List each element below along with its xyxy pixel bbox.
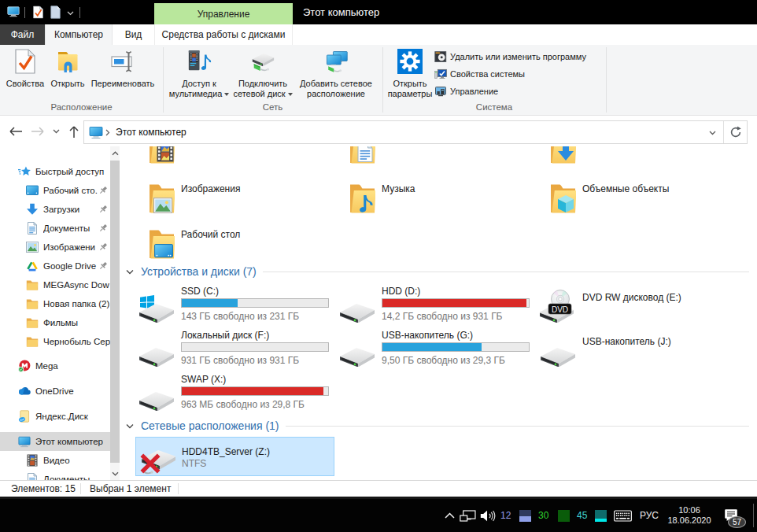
- group-label-location: Расположение: [0, 102, 163, 112]
- up-button[interactable]: [64, 121, 84, 142]
- network-tray-icon[interactable]: [460, 510, 476, 522]
- tab-disk-tools[interactable]: Средства работы с дисками: [154, 24, 293, 45]
- qat-new-item-icon[interactable]: [50, 6, 61, 19]
- drive-tile-d[interactable]: HDD (D:) 14,2 ГБ свободно из 931 ГБ: [336, 280, 535, 320]
- sensor-value-2[interactable]: 30: [538, 499, 548, 532]
- folder-icon: [26, 316, 39, 329]
- sidebar-item-new-folder[interactable]: Новая папка (2): [0, 294, 110, 313]
- qat-separator: [79, 7, 80, 18]
- clock[interactable]: 10:06 18.06.2020: [665, 499, 714, 532]
- system-properties-icon: [434, 68, 447, 80]
- sidebar-item-this-pc[interactable]: Этот компьютер: [0, 432, 110, 451]
- qat-dropdown-icon[interactable]: [67, 11, 74, 16]
- manage-icon: [434, 85, 447, 98]
- volume-tray-icon[interactable]: [480, 510, 497, 522]
- sidebar-item-mega[interactable]: Mega: [0, 357, 110, 375]
- scrollbar-down-button[interactable]: [110, 467, 120, 480]
- drive-tile-f[interactable]: Локальный диск (F:) 931 ГБ свободно из 9…: [135, 324, 334, 364]
- add-network-location-button[interactable]: Добавить сетевое расположение: [294, 46, 378, 99]
- clock-time: 10:06: [678, 505, 700, 515]
- group-header-network[interactable]: Сетевые расположения (1): [126, 419, 752, 432]
- folder-tile-3d-objects[interactable]: Объемные объекты: [537, 175, 736, 214]
- onedrive-icon: [18, 385, 31, 397]
- system-properties-button[interactable]: Свойства системы: [434, 66, 604, 82]
- folder-tile-desktop[interactable]: Рабочий стол: [135, 220, 334, 260]
- folder-tile-downloads[interactable]: Загрузки: [537, 146, 736, 164]
- sidebar-item-videos[interactable]: Видео: [0, 451, 110, 470]
- scrollbar-thumb[interactable]: [110, 161, 120, 463]
- capacity-bar: [382, 342, 530, 352]
- sidebar-item-documents-2[interactable]: Документы: [0, 470, 110, 480]
- keyboard-tray-icon[interactable]: [614, 510, 632, 522]
- titlebar: Управление Этот компьютер: [0, 0, 757, 24]
- uninstall-program-button[interactable]: Удалить или изменить программу: [434, 49, 604, 65]
- forward-button[interactable]: [28, 121, 48, 142]
- sidebar-item-films[interactable]: Фильмы: [0, 313, 110, 332]
- sensor-gauge-3[interactable]: [595, 510, 607, 522]
- qat-properties-icon[interactable]: [33, 6, 43, 19]
- address-bar-row: Этот компьютер: [0, 116, 757, 146]
- tab-file[interactable]: Файл: [0, 24, 45, 45]
- drive-tile-c[interactable]: SSD (C:) 143 ГБ свободно из 231 ГБ: [135, 280, 334, 320]
- map-network-drive-button[interactable]: Подключить сетевой диск: [231, 46, 294, 99]
- folder-tile-music[interactable]: Музыка: [336, 175, 535, 214]
- language-indicator[interactable]: РУС: [640, 499, 659, 532]
- sensor-gauge-1[interactable]: [519, 510, 531, 522]
- drive-tile-g[interactable]: USB-накопитель (G:) 9,50 ГБ свободно из …: [336, 324, 535, 364]
- capacity-bar-fill: [382, 343, 482, 351]
- sidebar-item-google-drive[interactable]: Google Drive: [0, 257, 110, 275]
- group-header-devices[interactable]: Устройства и диски (7): [126, 265, 752, 278]
- properties-button[interactable]: Свойства: [3, 46, 47, 89]
- sensor-value-1[interactable]: 12: [500, 499, 511, 532]
- tab-view[interactable]: Вид: [113, 24, 154, 45]
- screen: Управление Этот компьютер Файл Компьютер…: [0, 0, 757, 532]
- media-access-button[interactable]: Доступ к мультимедиа: [166, 46, 232, 99]
- sensor-value-3[interactable]: 45: [577, 499, 587, 532]
- contextual-tab-manage[interactable]: Управление: [154, 3, 293, 24]
- rename-button[interactable]: Переименовать: [87, 46, 159, 89]
- sidebar-item-pictures[interactable]: Изображени: [0, 238, 110, 257]
- back-button[interactable]: [6, 121, 26, 142]
- sidebar-item-chernobyl[interactable]: Чернобыль Сер: [0, 332, 110, 351]
- sidebar-item-onedrive[interactable]: OneDrive: [0, 382, 110, 401]
- drive-c-icon: [138, 282, 175, 323]
- drive-tile-j[interactable]: USB-накопитель (J:): [537, 324, 736, 364]
- tab-computer[interactable]: Компьютер: [45, 24, 113, 45]
- pin-icon: [98, 261, 108, 271]
- pin-icon: [98, 186, 108, 195]
- address-bar[interactable]: Этот компьютер: [83, 120, 748, 144]
- group-label-network: Сеть: [163, 102, 382, 112]
- folder-tile-pictures[interactable]: Изображения: [135, 175, 334, 214]
- button-label: Подключить сетевой диск: [231, 79, 294, 99]
- collapse-chevron-icon[interactable]: [126, 423, 134, 429]
- manage-button[interactable]: Управление: [434, 83, 604, 99]
- folder-tile-video[interactable]: Видео: [135, 146, 334, 164]
- sidebar-item-documents[interactable]: Документы: [0, 219, 110, 238]
- sidebar-item-quick-access[interactable]: Быстрый доступ: [0, 162, 110, 181]
- tray-overflow-button[interactable]: [441, 508, 457, 523]
- sidebar-item-megasync[interactable]: MEGAsync Dow: [0, 275, 110, 294]
- folder-tile-documents[interactable]: Документы: [336, 146, 535, 164]
- map-network-drive-icon: [250, 49, 275, 74]
- open-button[interactable]: Открыть: [47, 46, 88, 89]
- status-selection: Выбран 1 элемент: [90, 481, 171, 497]
- sidebar-item-desktop[interactable]: Рабочий сто.: [0, 181, 110, 200]
- open-settings-button[interactable]: Открыть параметры: [386, 46, 434, 99]
- collapse-chevron-icon[interactable]: [126, 269, 134, 275]
- refresh-button[interactable]: [724, 121, 748, 143]
- sidebar-item-yandex-disk[interactable]: Яндекс.Диск: [0, 407, 110, 426]
- drive-tile-x[interactable]: SWAP (X:) 963 МБ свободно из 29,8 ГБ: [135, 368, 334, 408]
- group-header-line: [263, 272, 749, 272]
- breadcrumb-location[interactable]: Этот компьютер: [116, 121, 186, 143]
- scrollbar-up-button[interactable]: [110, 146, 120, 160]
- documents-icon: [26, 473, 39, 480]
- sensor-gauge-2[interactable]: [558, 510, 570, 522]
- show-desktop-divider[interactable]: [753, 504, 754, 527]
- sidebar-scrollbar[interactable]: [110, 146, 120, 480]
- videos-icon: [26, 454, 39, 467]
- address-dropdown-icon[interactable]: [709, 131, 716, 135]
- sidebar-item-downloads[interactable]: Загрузки: [0, 200, 110, 219]
- network-drive-tile-z[interactable]: HDD4TB_Server (Z:) NTFS: [135, 437, 334, 476]
- drive-tile-e[interactable]: DVD DVD RW дисковод (E:): [537, 280, 736, 320]
- recent-locations-button[interactable]: [49, 121, 63, 142]
